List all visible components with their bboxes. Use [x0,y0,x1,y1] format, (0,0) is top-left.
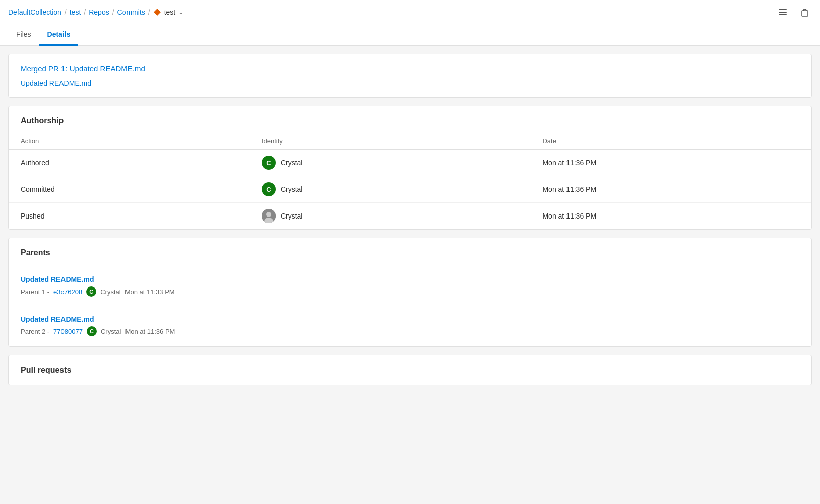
identity-name: Crystal [281,212,303,220]
main-content: Files Details Merged PR 1: Updated READM… [0,24,820,385]
commit-message-card: Merged PR 1: Updated README.md Updated R… [8,54,812,98]
parent-title[interactable]: Updated README.md [21,275,799,283]
tab-files[interactable]: Files [8,24,39,46]
breadcrumb-commits[interactable]: Commits [117,8,145,16]
date-cell: Mon at 11:36 PM [530,150,811,176]
identity-name: Crystal [281,159,303,167]
svg-marker-0 [154,9,161,16]
parent-divider [21,307,799,307]
date-cell: Mon at 11:36 PM [530,176,811,203]
parent-item: Updated README.md Parent 1 - e3c76208 C … [21,275,799,297]
breadcrumb-test[interactable]: test [70,8,81,16]
avatar: C [262,156,276,170]
commit-subtitle[interactable]: Updated README.md [21,79,799,87]
parent-avatar: C [87,326,97,336]
col-header-date: Date [530,133,811,150]
repo-icon [153,8,161,16]
parent-author: Crystal [101,328,121,335]
identity-cell: C Crystal [249,176,531,203]
parents-card: Parents Updated README.md Parent 1 - e3c… [8,238,812,347]
svg-point-9 [266,212,271,217]
list-view-button[interactable] [776,5,790,19]
pull-requests-title: Pull requests [21,366,799,375]
breadcrumb-current-repo[interactable]: test ⌄ [153,8,184,16]
action-cell: Committed [9,176,249,203]
tab-details[interactable]: Details [39,24,79,46]
sep4: / [148,8,150,16]
breadcrumb-collection[interactable]: DefaultCollection [8,8,61,16]
list-icon [778,7,788,17]
authorship-card: Authorship Action Identity Date Authored… [8,106,812,230]
action-cell: Authored [9,150,249,176]
date-cell: Mon at 11:36 PM [530,203,811,230]
authorship-row: Committed C Crystal Mon at 11:36 PM [9,176,811,203]
authorship-row: Pushed Crystal Mon at 11:36 PM [9,203,811,230]
repo-name: test [164,8,176,16]
parent-label: Parent 2 - [21,328,49,335]
parent-date: Mon at 11:36 PM [125,328,175,335]
pull-requests-card-body: Pull requests [9,355,811,385]
authorship-title: Authorship [9,106,811,133]
commit-card-body: Merged PR 1: Updated README.md Updated R… [9,54,811,97]
pull-requests-card: Pull requests [8,355,812,385]
parent-hash[interactable]: 77080077 [53,328,83,335]
chevron-down-icon[interactable]: ⌄ [178,9,183,16]
parent-title[interactable]: Updated README.md [21,315,799,323]
avatar: C [262,182,276,196]
authorship-table: Action Identity Date Authored C Crystal … [9,133,811,229]
svg-rect-6 [779,14,780,15]
breadcrumb: DefaultCollection / test / Repos / Commi… [8,8,183,16]
col-header-identity: Identity [249,133,531,150]
identity-name: Crystal [281,185,303,193]
breadcrumb-repos[interactable]: Repos [89,8,109,16]
parents-card-body: Updated README.md Parent 1 - e3c76208 C … [9,265,811,346]
avatar [262,209,276,223]
parent-avatar: C [86,286,96,297]
action-cell: Pushed [9,203,249,230]
parent-item: Updated README.md Parent 2 - 77080077 C … [21,315,799,336]
commit-title[interactable]: Merged PR 1: Updated README.md [21,64,799,73]
parent-label: Parent 1 - [21,288,49,296]
svg-rect-4 [779,9,780,10]
col-header-action: Action [9,133,249,150]
identity-cell: C Crystal [249,150,531,176]
parent-meta: Parent 1 - e3c76208 C Crystal Mon at 11:… [21,286,799,297]
bag-icon [800,7,810,17]
identity-cell: Crystal [249,203,531,230]
parent-hash[interactable]: e3c76208 [53,288,82,296]
svg-rect-7 [802,11,808,16]
parent-author: Crystal [100,288,120,296]
svg-rect-5 [779,12,780,13]
bag-button[interactable] [798,5,812,19]
sep3: / [112,8,114,16]
nav-icons [776,5,812,19]
top-nav: DefaultCollection / test / Repos / Commi… [0,0,820,24]
parent-meta: Parent 2 - 77080077 C Crystal Mon at 11:… [21,326,799,336]
parent-date: Mon at 11:33 PM [125,288,175,296]
sep2: / [84,8,86,16]
sep1: / [65,8,67,16]
tabs-bar: Files Details [0,24,820,46]
authorship-row: Authored C Crystal Mon at 11:36 PM [9,150,811,176]
parents-title: Parents [9,238,811,265]
